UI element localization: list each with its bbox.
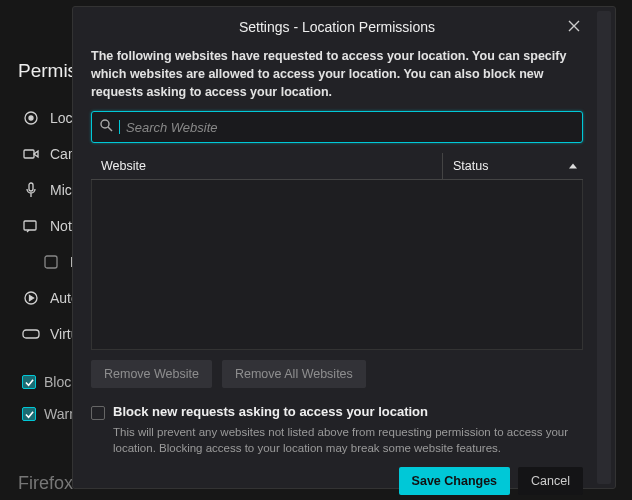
checkbox-checked-icon [22,375,36,389]
checkbox-empty-icon [91,406,105,420]
cancel-button[interactable]: Cancel [518,467,583,495]
save-changes-button[interactable]: Save Changes [399,467,510,495]
svg-rect-3 [29,183,33,191]
block-new-requests-label: Block new requests asking to access your… [113,404,428,419]
checkbox-empty-icon [42,255,60,269]
websites-table-body [91,180,583,350]
autoplay-icon [22,290,40,306]
column-website[interactable]: Website [91,153,442,179]
modal-scrollbar[interactable] [597,11,611,484]
sort-ascending-icon [569,164,577,169]
modal-title: Settings - Location Permissions [239,19,435,35]
svg-point-8 [101,120,109,128]
location-permissions-dialog: Settings - Location Permissions The foll… [72,6,616,489]
svg-rect-4 [24,221,36,230]
svg-rect-5 [45,256,57,268]
search-website-field[interactable] [91,111,583,143]
search-input[interactable] [126,120,574,135]
websites-table-header: Website Status [91,153,583,180]
block-new-requests-checkbox[interactable]: Block new requests asking to access your… [91,402,583,424]
block-new-requests-description: This will prevent any websites not liste… [91,424,583,456]
remove-all-websites-button[interactable]: Remove All Websites [222,360,366,388]
search-icon [100,118,113,136]
modal-description: The following websites have requested to… [91,47,583,111]
svg-rect-7 [23,330,39,338]
column-status-label: Status [453,159,488,173]
checkbox-checked-icon [22,407,36,421]
location-icon [22,110,40,126]
microphone-icon [22,182,40,198]
remove-website-button[interactable]: Remove Website [91,360,212,388]
svg-point-1 [29,116,33,120]
text-caret [119,120,120,134]
column-status[interactable]: Status [443,153,583,179]
notification-icon [22,219,40,233]
vr-icon [22,328,40,340]
close-button[interactable] [563,15,585,37]
svg-rect-2 [24,150,34,158]
camera-icon [22,147,40,161]
